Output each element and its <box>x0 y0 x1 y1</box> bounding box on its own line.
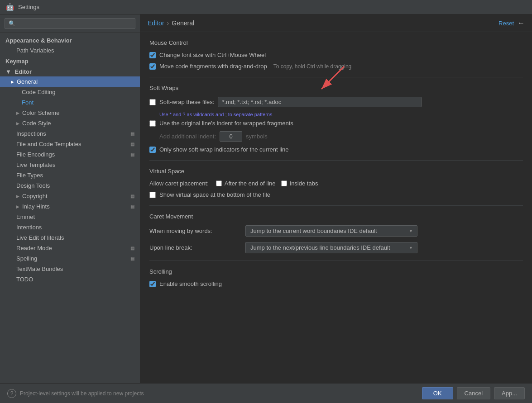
sidebar-label-keymap: Keymap <box>5 58 29 65</box>
header-actions: Reset ← <box>498 19 525 27</box>
reader-mode-icon: ▦ <box>130 246 134 251</box>
checkbox-show-virtual-space: Show virtual space at the bottom of the … <box>149 191 523 198</box>
checkbox-smooth-scrolling-input[interactable] <box>149 281 156 287</box>
sidebar-item-inspections[interactable]: Inspections ▦ <box>0 128 140 139</box>
ok-button[interactable]: OK <box>422 387 453 399</box>
copyright-arrow: ▶ <box>16 194 19 199</box>
sidebar-item-design-tools[interactable]: Design Tools <box>0 180 140 191</box>
checkbox-inside-tabs[interactable] <box>281 180 287 186</box>
sidebar-item-file-encodings[interactable]: File Encodings ▦ <box>0 149 140 160</box>
sidebar-label-live-templates: Live Templates <box>16 161 55 168</box>
checkbox-indicators-label[interactable]: Only show soft-wrap indicators for the c… <box>159 146 288 153</box>
right-header: Editor › General Reset ← <box>140 14 532 32</box>
divider-virtual-space <box>149 160 523 161</box>
checkbox-soft-wrap-files: Soft-wrap these files: <box>149 97 523 107</box>
sidebar-label-emmet: Emmet <box>16 213 35 220</box>
checkbox-soft-wrap-label[interactable]: Soft-wrap these files: <box>159 99 214 105</box>
sidebar-item-textmate[interactable]: TextMate Bundles <box>0 264 140 274</box>
mouse-control-title: Mouse Control <box>149 39 523 46</box>
sidebar-item-code-editing[interactable]: Code Editing <box>0 87 140 97</box>
sidebar-item-keymap[interactable]: Keymap <box>0 56 140 66</box>
sidebar-label-reader-mode: Reader Mode <box>16 245 52 251</box>
sidebar-item-color-scheme[interactable]: ▶ Color Scheme <box>0 108 140 118</box>
sidebar-label-font: Font <box>22 99 34 106</box>
help-button[interactable]: ? <box>7 389 16 398</box>
sidebar-item-appearance-behavior[interactable]: Appearance & Behavior <box>0 35 140 45</box>
sidebar-label-general: General <box>17 78 38 85</box>
reset-button[interactable]: Reset <box>498 20 514 27</box>
cancel-button[interactable]: Cancel <box>457 387 490 399</box>
search-input[interactable] <box>5 18 135 29</box>
sidebar-item-editor[interactable]: ▼ Editor <box>0 66 140 76</box>
search-box <box>0 14 140 33</box>
additional-indent-row: Add additional indent: symbols <box>159 131 523 142</box>
sidebar-label-appearance: Appearance & Behavior <box>5 37 72 44</box>
sidebar-label-file-types: File Types <box>16 172 43 179</box>
sidebar-item-live-templates[interactable]: Live Templates <box>0 160 140 170</box>
sidebar-item-copyright[interactable]: ▶ Copyright ▦ <box>0 191 140 201</box>
sidebar-item-code-style[interactable]: ▶ Code Style <box>0 118 140 128</box>
soft-wrap-pattern-input[interactable] <box>218 97 422 107</box>
inlay-hints-arrow: ▶ <box>16 204 19 209</box>
virtual-space-title: Virtual Space <box>149 168 523 175</box>
move-code-hint: To copy, hold Ctrl while dragging <box>273 63 352 70</box>
after-end-line-label[interactable]: After the end of line <box>225 180 276 187</box>
sidebar-label-code-style: Code Style <box>22 120 51 127</box>
virtual-space-caret-row: Allow caret placement: After the end of … <box>149 180 523 187</box>
file-encodings-icon: ▦ <box>130 152 134 157</box>
additional-indent-label: Add additional indent: <box>159 133 216 140</box>
additional-indent-input[interactable] <box>220 131 242 142</box>
caret-placement-label: Allow caret placement: <box>149 180 209 187</box>
sidebar-label-color-scheme: Color Scheme <box>22 109 59 116</box>
checkbox-move-code-input[interactable] <box>149 63 156 70</box>
sidebar-item-general[interactable]: ▶ General <box>0 76 140 87</box>
sidebar-item-spelling[interactable]: Spelling ▦ <box>0 253 140 264</box>
sidebar-item-file-types[interactable]: File Types <box>0 170 140 180</box>
inside-tabs-label[interactable]: Inside tabs <box>290 180 318 187</box>
sidebar-label-inspections: Inspections <box>16 130 46 137</box>
soft-wrap-hint: Use * and ? as wildcards and ; to separa… <box>159 112 523 117</box>
checkbox-change-font-size-input[interactable] <box>149 52 156 58</box>
apply-button[interactable]: App... <box>494 387 525 399</box>
sidebar: Appearance & Behavior Path Variables Key… <box>0 14 140 383</box>
breadcrumb-general: General <box>172 19 194 27</box>
sidebar-label-design-tools: Design Tools <box>16 182 50 189</box>
checkbox-soft-wrap-input[interactable] <box>149 99 156 105</box>
checkbox-original-indent-label[interactable]: Use the original line's indent for wrapp… <box>159 120 293 127</box>
sidebar-item-todo[interactable]: TODO <box>0 274 140 284</box>
scrolling-title: Scrolling <box>149 268 523 275</box>
main-area: Appearance & Behavior Path Variables Key… <box>0 14 532 383</box>
editor-collapse-icon: ▼ <box>5 68 11 75</box>
upon-line-break-label: Upon line break: <box>149 244 240 251</box>
sidebar-item-path-variables[interactable]: Path Variables <box>0 45 140 56</box>
file-templates-icon: ▦ <box>130 142 134 147</box>
upon-line-break-select[interactable]: Jump to the next/previous line boundarie… <box>245 242 417 253</box>
sidebar-item-reader-mode[interactable]: Reader Mode ▦ <box>0 243 140 253</box>
sidebar-item-intentions[interactable]: Intentions <box>0 222 140 232</box>
checkbox-indicators-input[interactable] <box>149 147 156 153</box>
back-arrow-icon[interactable]: ← <box>518 19 525 27</box>
checkbox-after-end-line[interactable] <box>216 180 222 186</box>
help-icon: ? <box>10 390 14 397</box>
spelling-icon: ▦ <box>130 256 134 261</box>
checkbox-show-virtual-label[interactable]: Show virtual space at the bottom of the … <box>159 191 270 198</box>
caret-movement-title: Caret Movement <box>149 213 523 220</box>
checkbox-smooth-scrolling-label[interactable]: Enable smooth scrolling <box>159 280 222 287</box>
checkbox-move-code-label[interactable]: Move code fragments with drag-and-drop <box>159 63 267 70</box>
sidebar-item-emmet[interactable]: Emmet <box>0 212 140 222</box>
sidebar-item-font[interactable]: Font <box>0 97 140 108</box>
caret-by-words-row: When moving by words: Jump to the curren… <box>149 225 523 237</box>
code-style-arrow: ▶ <box>16 121 19 126</box>
moving-by-words-select[interactable]: Jump to the current word boundaries IDE … <box>245 225 417 237</box>
sidebar-item-live-edit[interactable]: Live Edit of literals <box>0 232 140 243</box>
checkbox-original-indent-input[interactable] <box>149 120 156 127</box>
footer-buttons: OK Cancel App... <box>422 387 525 399</box>
divider-scrolling <box>149 261 523 261</box>
checkbox-change-font-size-label[interactable]: Change font size with Ctrl+Mouse Wheel <box>159 52 266 58</box>
moving-by-words-select-wrapper: Jump to the current word boundaries IDE … <box>245 225 417 237</box>
breadcrumb-editor[interactable]: Editor <box>148 19 164 27</box>
sidebar-item-inlay-hints[interactable]: ▶ Inlay Hints ▦ <box>0 201 140 212</box>
sidebar-label-editor: Editor <box>15 68 32 75</box>
checkbox-show-virtual-input[interactable] <box>149 192 156 198</box>
sidebar-item-file-code-templates[interactable]: File and Code Templates ▦ <box>0 139 140 149</box>
